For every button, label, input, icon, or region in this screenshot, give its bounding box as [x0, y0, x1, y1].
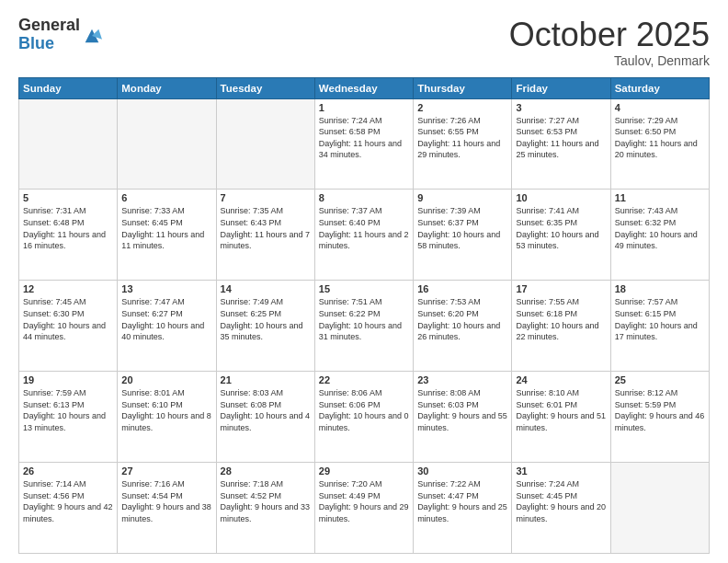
table-row: 24Sunrise: 8:10 AMSunset: 6:01 PMDayligh… [512, 372, 610, 463]
day-info: Sunrise: 7:37 AMSunset: 6:40 PMDaylight:… [319, 205, 409, 251]
day-info: Sunrise: 8:08 AMSunset: 6:03 PMDaylight:… [417, 387, 507, 433]
month-title: October 2025 [509, 17, 710, 53]
calendar-week-row: 19Sunrise: 7:59 AMSunset: 6:13 PMDayligh… [19, 372, 710, 463]
day-number: 8 [319, 192, 409, 203]
table-row [610, 463, 709, 554]
day-number: 28 [221, 465, 311, 477]
table-row: 23Sunrise: 8:08 AMSunset: 6:03 PMDayligh… [414, 372, 512, 463]
location: Taulov, Denmark [509, 53, 710, 68]
calendar-table: Sunday Monday Tuesday Wednesday Thursday… [18, 77, 710, 554]
logo-general: General [18, 17, 80, 35]
table-row: 29Sunrise: 7:20 AMSunset: 4:49 PMDayligh… [314, 463, 413, 554]
day-number: 30 [417, 465, 507, 477]
table-row: 2Sunrise: 7:26 AMSunset: 6:55 PMDaylight… [414, 98, 512, 190]
day-number: 29 [319, 465, 409, 477]
day-number: 11 [615, 192, 705, 203]
table-row: 26Sunrise: 7:14 AMSunset: 4:56 PMDayligh… [19, 463, 118, 554]
day-info: Sunrise: 8:01 AMSunset: 6:10 PMDaylight:… [121, 387, 211, 433]
day-info: Sunrise: 7:14 AMSunset: 4:56 PMDaylight:… [23, 478, 113, 524]
day-info: Sunrise: 7:59 AMSunset: 6:13 PMDaylight:… [23, 387, 113, 433]
day-info: Sunrise: 8:06 AMSunset: 6:06 PMDaylight:… [319, 387, 409, 433]
col-sunday: Sunday [19, 77, 118, 98]
table-row: 27Sunrise: 7:16 AMSunset: 4:54 PMDayligh… [118, 463, 216, 554]
day-number: 17 [516, 283, 606, 294]
header: General Blue October 2025 Taulov, Denmar… [18, 17, 710, 68]
day-info: Sunrise: 7:45 AMSunset: 6:30 PMDaylight:… [23, 296, 113, 342]
logo-text: General Blue [18, 17, 80, 53]
col-monday: Monday [118, 77, 216, 98]
table-row: 1Sunrise: 7:24 AMSunset: 6:58 PMDaylight… [314, 98, 413, 190]
table-row: 6Sunrise: 7:33 AMSunset: 6:45 PMDaylight… [118, 190, 216, 281]
table-row: 20Sunrise: 8:01 AMSunset: 6:10 PMDayligh… [118, 372, 216, 463]
day-number: 26 [23, 465, 113, 477]
day-info: Sunrise: 7:43 AMSunset: 6:32 PMDaylight:… [615, 205, 705, 251]
col-friday: Friday [512, 77, 610, 98]
day-info: Sunrise: 8:10 AMSunset: 6:01 PMDaylight:… [516, 387, 606, 433]
logo-icon [82, 26, 102, 46]
calendar-week-row: 1Sunrise: 7:24 AMSunset: 6:58 PMDaylight… [19, 98, 710, 190]
table-row [118, 98, 216, 190]
day-info: Sunrise: 7:29 AMSunset: 6:50 PMDaylight:… [615, 115, 705, 161]
table-row: 28Sunrise: 7:18 AMSunset: 4:52 PMDayligh… [216, 463, 314, 554]
col-tuesday: Tuesday [216, 77, 314, 98]
table-row: 11Sunrise: 7:43 AMSunset: 6:32 PMDayligh… [610, 190, 709, 281]
day-info: Sunrise: 7:26 AMSunset: 6:55 PMDaylight:… [417, 115, 507, 161]
table-row: 3Sunrise: 7:27 AMSunset: 6:53 PMDaylight… [512, 98, 610, 190]
day-number: 13 [121, 283, 211, 294]
col-wednesday: Wednesday [314, 77, 413, 98]
table-row: 12Sunrise: 7:45 AMSunset: 6:30 PMDayligh… [19, 281, 118, 372]
table-row: 14Sunrise: 7:49 AMSunset: 6:25 PMDayligh… [216, 281, 314, 372]
day-info: Sunrise: 8:03 AMSunset: 6:08 PMDaylight:… [221, 387, 311, 433]
day-info: Sunrise: 7:27 AMSunset: 6:53 PMDaylight:… [516, 115, 606, 161]
table-row: 4Sunrise: 7:29 AMSunset: 6:50 PMDaylight… [610, 98, 709, 190]
day-info: Sunrise: 7:16 AMSunset: 4:54 PMDaylight:… [121, 478, 211, 524]
day-number: 20 [121, 374, 211, 385]
day-info: Sunrise: 7:55 AMSunset: 6:18 PMDaylight:… [516, 296, 606, 342]
day-number: 16 [417, 283, 507, 294]
day-info: Sunrise: 7:51 AMSunset: 6:22 PMDaylight:… [319, 296, 409, 342]
table-row: 31Sunrise: 7:24 AMSunset: 4:45 PMDayligh… [512, 463, 610, 554]
day-number: 9 [417, 192, 507, 203]
table-row: 13Sunrise: 7:47 AMSunset: 6:27 PMDayligh… [118, 281, 216, 372]
day-info: Sunrise: 7:22 AMSunset: 4:47 PMDaylight:… [417, 478, 507, 524]
table-row: 10Sunrise: 7:41 AMSunset: 6:35 PMDayligh… [512, 190, 610, 281]
day-info: Sunrise: 7:53 AMSunset: 6:20 PMDaylight:… [417, 296, 507, 342]
title-block: October 2025 Taulov, Denmark [509, 17, 710, 68]
table-row: 18Sunrise: 7:57 AMSunset: 6:15 PMDayligh… [610, 281, 709, 372]
day-number: 21 [221, 374, 311, 385]
day-number: 2 [417, 102, 507, 113]
day-number: 19 [23, 374, 113, 385]
logo: General Blue [18, 17, 102, 53]
day-info: Sunrise: 7:39 AMSunset: 6:37 PMDaylight:… [417, 205, 507, 251]
calendar-header-row: Sunday Monday Tuesday Wednesday Thursday… [19, 77, 710, 98]
day-number: 22 [319, 374, 409, 385]
page: General Blue October 2025 Taulov, Denmar… [0, 0, 728, 563]
day-info: Sunrise: 7:41 AMSunset: 6:35 PMDaylight:… [516, 205, 606, 251]
day-number: 5 [23, 192, 113, 203]
day-number: 25 [615, 374, 705, 385]
table-row: 22Sunrise: 8:06 AMSunset: 6:06 PMDayligh… [314, 372, 413, 463]
day-info: Sunrise: 7:33 AMSunset: 6:45 PMDaylight:… [121, 205, 211, 251]
table-row: 16Sunrise: 7:53 AMSunset: 6:20 PMDayligh… [414, 281, 512, 372]
day-info: Sunrise: 7:24 AMSunset: 6:58 PMDaylight:… [319, 115, 409, 161]
table-row [19, 98, 118, 190]
table-row [216, 98, 314, 190]
day-info: Sunrise: 7:35 AMSunset: 6:43 PMDaylight:… [221, 205, 311, 251]
day-number: 12 [23, 283, 113, 294]
table-row: 21Sunrise: 8:03 AMSunset: 6:08 PMDayligh… [216, 372, 314, 463]
table-row: 30Sunrise: 7:22 AMSunset: 4:47 PMDayligh… [414, 463, 512, 554]
day-number: 24 [516, 374, 606, 385]
table-row: 8Sunrise: 7:37 AMSunset: 6:40 PMDaylight… [314, 190, 413, 281]
day-number: 1 [319, 102, 409, 113]
table-row: 19Sunrise: 7:59 AMSunset: 6:13 PMDayligh… [19, 372, 118, 463]
logo-blue: Blue [18, 35, 80, 53]
day-number: 6 [121, 192, 211, 203]
table-row: 17Sunrise: 7:55 AMSunset: 6:18 PMDayligh… [512, 281, 610, 372]
day-number: 31 [516, 465, 606, 477]
day-number: 15 [319, 283, 409, 294]
day-info: Sunrise: 7:31 AMSunset: 6:48 PMDaylight:… [23, 205, 113, 251]
day-number: 10 [516, 192, 606, 203]
day-info: Sunrise: 7:24 AMSunset: 4:45 PMDaylight:… [516, 478, 606, 524]
table-row: 9Sunrise: 7:39 AMSunset: 6:37 PMDaylight… [414, 190, 512, 281]
col-saturday: Saturday [610, 77, 709, 98]
